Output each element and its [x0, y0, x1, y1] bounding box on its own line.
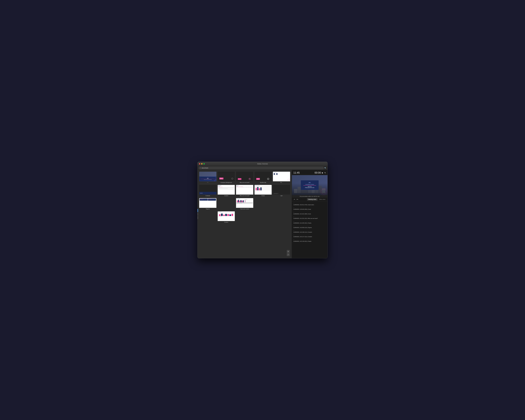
slide-label-why-loved: Why are we loved? — [236, 181, 253, 184]
slide-notes-tab[interactable]: Slide notes — [318, 198, 326, 201]
slide-item-why-loved-2[interactable]: Why are weloved? Lorem ipsum dolor sit a… — [236, 185, 253, 197]
info-icon: ⓘ — [200, 167, 201, 169]
window-title: Seidat | Overview — [257, 163, 268, 165]
empty-cell-4 — [199, 211, 216, 223]
maximize-button[interactable] — [203, 163, 205, 165]
slide-label-content: Content — [218, 195, 235, 197]
traffic-lights — [199, 163, 205, 165]
slide-label-why-loved-2: Why are we loved? — [236, 195, 253, 197]
preview-company-name: ABC — [303, 182, 316, 183]
current-time: 11:45 — [293, 171, 300, 174]
notes-toolbar: -A A+ Meeting notes Slide notes — [292, 198, 328, 201]
note-entry-7: -- 21/09/2023, 14:21:17 (1/1) | Content — [293, 234, 326, 238]
slide-thumb-financials: Companyfinancials ⚖ — [254, 172, 272, 181]
slide-thumb-chart-content: Chart of our operations — [236, 198, 253, 208]
slide-item-financials[interactable]: Companyfinancials ⚖ Another title — [254, 172, 272, 184]
note-entry-3: -- 21/09/2023, 14:13:31 (2/1) | Why are … — [293, 216, 326, 219]
close-button[interactable] — [199, 163, 200, 165]
play-button[interactable]: ▶ — [322, 172, 323, 174]
preview-slide: ABC Consulting Company SALES PRESENTATIO… — [292, 175, 328, 195]
note-entry-0: -- 11/09/2023, 15:20:12 (7/0) | Used col… — [293, 202, 326, 206]
note-text-3: 21/09/2023, 14:13:31 (2/1) | Why are we … — [293, 218, 326, 219]
slide-item-content-bottom[interactable]: Chart of our operations Lorem ipsum d — [218, 211, 235, 223]
company-bg-badge: CompanyBackground — [219, 177, 224, 179]
slide-thumb-company-bg: CompanyBackground ⌂ — [218, 172, 235, 181]
note-dash-5: -- — [293, 225, 326, 227]
slide-thumb-tact: Lorem ipsum dolor sit amet,consectetur a… — [273, 185, 290, 195]
slide-item-cover[interactable]: ABC SALES PRESENTATION ver — [199, 172, 216, 184]
slide-label-contents: Contents — [199, 195, 216, 197]
note-dash-8: -- — [293, 239, 326, 240]
right-panel: 11:45 00:00 ▶ ↻ — [292, 170, 328, 258]
slide-item-why-loved[interactable]: Why are weloved? 🔍 Why are we loved? — [236, 172, 253, 184]
note-text-4: 21/09/2023, 14:13:45 (3/1) | Charts — [293, 222, 326, 224]
empty-cell-2 — [254, 198, 272, 210]
preview-divider — [303, 185, 316, 186]
slide-thumb-contents: CONTENTS — [199, 185, 216, 195]
slide-thumb-why-loved: Why are weloved? 🔍 — [236, 172, 253, 181]
slide-label-our-way: Pr... — [273, 181, 290, 184]
timer-value: 00:00 — [315, 171, 321, 174]
empty-cell — [218, 198, 235, 210]
notes-editor-info: Only presentation editors can edit this … — [292, 195, 328, 198]
slide-item-charts[interactable]: Chart of our operations — [254, 185, 272, 197]
meeting-notes-tab[interactable]: Meeting notes — [307, 198, 318, 201]
slide-label-content-bottom: Content — [218, 221, 235, 223]
note-dash-7: -- — [293, 234, 326, 236]
why-loved-badge: Why are weloved? — [238, 178, 241, 180]
slide-label-cover: ver — [199, 181, 216, 184]
title-bar: Seidat | Overview — [197, 162, 328, 166]
mac-window: Seidat | Overview ⓘ about:blank 🔍 — [197, 162, 328, 258]
slide-thumb-content: ABC ConsultingCompany Company Background — [218, 185, 235, 195]
empty-cell-3 — [273, 198, 290, 210]
note-dash-2: -- — [293, 212, 326, 213]
financials-icon: ⚖ — [267, 178, 269, 180]
slide-thumb-our-way: Our way of work... 1. Lorem ipsum 2. Lor… — [273, 172, 290, 181]
address-input[interactable]: ⓘ about:blank — [199, 167, 324, 169]
slide-panel[interactable]: ABC SALES PRESENTATION ver — [197, 170, 292, 258]
minimize-button[interactable] — [201, 163, 203, 165]
zoom-out-button[interactable]: − — [287, 253, 290, 256]
zoom-in-button[interactable]: + — [287, 250, 290, 253]
zoom-controls: + − — [287, 250, 290, 256]
address-bar: ⓘ about:blank 🔍 — [197, 166, 328, 170]
main-content: ABC SALES PRESENTATION ver — [197, 170, 328, 258]
slide-item-tact[interactable]: Lorem ipsum dolor sit amet,consectetur a… — [273, 185, 290, 197]
note-dash-0: -- — [293, 202, 326, 204]
note-text-7: 21/09/2023, 14:21:17 (1/1) | Content — [293, 236, 326, 238]
increase-font-button[interactable]: A+ — [296, 198, 299, 200]
note-text-6: 21/09/2023, 14:21:06 (1/1) | Content — [293, 231, 326, 233]
note-dash-3: -- — [293, 216, 326, 217]
note-text-5: 21/09/2023, 14:20:58 (1/2) | Figures — [293, 227, 326, 228]
slide-item-contents[interactable]: CONTENTS Contents — [199, 185, 216, 197]
timer-display: 00:00 ▶ ↻ — [315, 171, 326, 174]
note-text-2: 21/09/2023, 14:13:21 (0/0) | Cover — [293, 213, 326, 215]
left-tab-3[interactable] — [197, 216, 198, 219]
decrease-font-button[interactable]: -A — [293, 198, 295, 200]
search-icon[interactable]: 🔍 — [324, 167, 326, 169]
notes-content[interactable]: -- 11/09/2023, 15:20:12 (7/0) | Used col… — [292, 201, 328, 258]
empty-cell-5 — [236, 211, 253, 223]
note-entry-2: -- 21/09/2023, 14:13:21 (0/0) | Cover — [293, 212, 326, 215]
slide-thumb-charts: Chart of our operations — [254, 185, 272, 195]
note-entry-8: -- 21/09/2023, 14:21:49 (3/1) | Charts — [293, 239, 326, 242]
slide-item-our-way[interactable]: Our way of work... 1. Lorem ipsum 2. Lor… — [273, 172, 290, 184]
slide-thumb-figures: Company Background Company Background — [199, 198, 216, 208]
preview-card: ABC Consulting Company SALES PRESENTATIO… — [301, 180, 319, 190]
note-dash-4: -- — [293, 221, 326, 222]
left-tab-2[interactable] — [197, 213, 198, 216]
slide-label-tact: tact — [273, 195, 290, 197]
note-entry-4: -- 21/09/2023, 14:13:45 (3/1) | Charts — [293, 221, 326, 224]
slide-item-chart-content[interactable]: Chart of our operations — [236, 198, 253, 210]
reset-button[interactable]: ↻ — [324, 172, 326, 174]
preview-consulting: Consulting Company — [303, 184, 316, 185]
slide-item-content[interactable]: ABC ConsultingCompany Company Background — [218, 185, 235, 197]
slide-grid: ABC SALES PRESENTATION ver — [199, 172, 290, 223]
slide-label-figures: Figures — [199, 208, 216, 210]
note-text-1: 21/09/2023, 13:56:26 (0/0) | Cover — [293, 208, 326, 210]
left-tab-1[interactable] — [197, 209, 198, 212]
slide-item-company-bg[interactable]: CompanyBackground ⌂ Company Background — [218, 172, 235, 184]
slide-thumb-content-bottom: Chart of our operations Lorem ipsum d — [218, 211, 235, 221]
slide-label-chart-content: Chart and content — [236, 208, 253, 210]
slide-item-figures[interactable]: Company Background Company Background — [199, 198, 216, 210]
